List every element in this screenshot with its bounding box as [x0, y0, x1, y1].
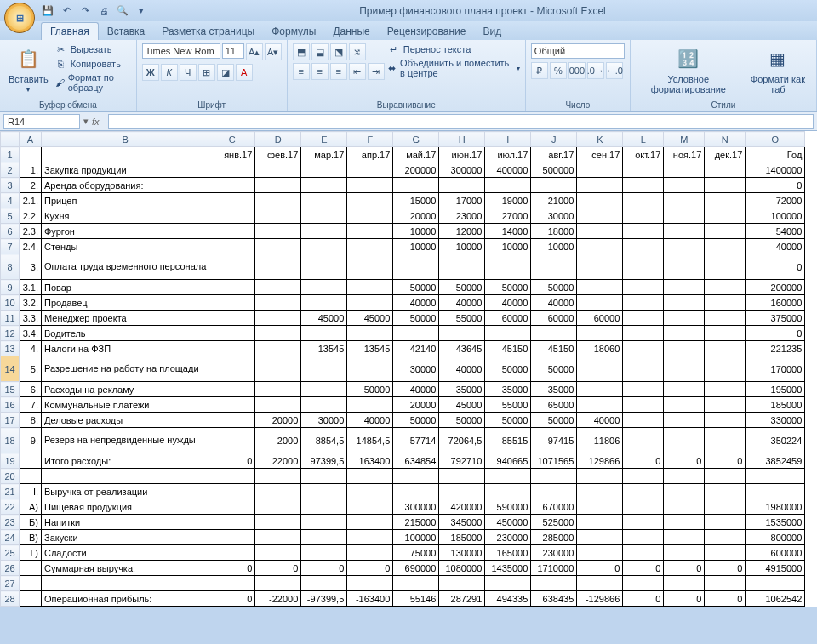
cell[interactable]: 40000 [393, 295, 439, 311]
cell[interactable] [664, 295, 705, 311]
cell[interactable] [42, 469, 209, 484]
cell[interactable]: 3. [20, 254, 42, 280]
cell[interactable] [20, 561, 42, 576]
cell[interactable]: 285000 [531, 530, 577, 545]
merge-center-button[interactable]: ⬌Объединить и поместить в центре▾ [388, 58, 520, 78]
cell[interactable]: 10000 [393, 224, 439, 239]
cell[interactable]: Коммунальные платежи [42, 397, 209, 413]
cell[interactable] [209, 499, 255, 515]
cell[interactable] [347, 576, 393, 591]
cell[interactable] [255, 356, 301, 382]
cell[interactable] [577, 397, 623, 413]
cell[interactable]: 40000 [439, 356, 485, 382]
cell[interactable]: 45150 [531, 341, 577, 356]
cell[interactable] [577, 295, 623, 311]
cell[interactable] [393, 326, 439, 341]
number-format-combo[interactable] [531, 43, 625, 59]
row-header[interactable]: 20 [1, 469, 20, 484]
cell[interactable] [705, 254, 746, 280]
cell[interactable]: 40000 [531, 295, 577, 311]
cell[interactable]: 50000 [485, 356, 531, 382]
cell[interactable] [623, 162, 664, 178]
cell[interactable] [705, 545, 746, 561]
cell[interactable] [393, 484, 439, 499]
cell[interactable] [577, 499, 623, 515]
cell[interactable] [209, 397, 255, 413]
borders-button[interactable]: ⊞ [198, 64, 215, 81]
cell[interactable]: 60000 [531, 311, 577, 326]
format-as-table-button[interactable]: ▦ Формати как таб [745, 43, 811, 96]
cell[interactable] [209, 239, 255, 254]
cell[interactable]: 9. [20, 428, 42, 453]
cell[interactable] [705, 280, 746, 295]
cell[interactable]: Г) [20, 545, 42, 561]
fill-color-button[interactable]: ◪ [217, 64, 234, 81]
cell[interactable] [623, 515, 664, 530]
col-header[interactable]: D [255, 132, 301, 147]
cell[interactable]: 230000 [531, 545, 577, 561]
col-header[interactable]: E [301, 132, 347, 147]
cell[interactable]: 634854 [393, 453, 439, 469]
cell[interactable]: 45150 [485, 341, 531, 356]
cell[interactable] [623, 224, 664, 239]
cell[interactable]: 50000 [531, 356, 577, 382]
cell[interactable] [301, 178, 347, 193]
cell[interactable]: 14000 [485, 224, 531, 239]
cell[interactable] [42, 576, 209, 591]
cell[interactable] [577, 515, 623, 530]
cell[interactable]: 57714 [393, 428, 439, 453]
row-header[interactable]: 3 [1, 178, 20, 193]
cell[interactable]: 11806 [577, 428, 623, 453]
cell[interactable] [209, 382, 255, 397]
cell[interactable] [347, 515, 393, 530]
cell[interactable]: 800000 [746, 530, 805, 545]
cell[interactable]: Сладости [42, 545, 209, 561]
cell[interactable]: 0 [664, 591, 705, 607]
paste-button[interactable]: 📋 Вставить ▾ [5, 43, 52, 95]
col-header[interactable]: O [746, 132, 805, 147]
conditional-formatting-button[interactable]: 🔢 Условное форматирование [636, 43, 741, 96]
formula-input[interactable] [108, 114, 814, 129]
font-size-combo[interactable] [222, 43, 244, 59]
cell[interactable] [664, 515, 705, 530]
cell[interactable] [20, 453, 42, 469]
cell[interactable]: 0 [705, 561, 746, 576]
cell[interactable]: 400000 [485, 162, 531, 178]
cell[interactable] [255, 280, 301, 295]
italic-button[interactable]: К [161, 64, 178, 81]
cell[interactable]: 287291 [439, 591, 485, 607]
cell[interactable] [577, 326, 623, 341]
cell[interactable] [209, 469, 255, 484]
cell[interactable] [485, 326, 531, 341]
cell[interactable] [664, 341, 705, 356]
col-header[interactable]: H [439, 132, 485, 147]
cell[interactable]: 350224 [746, 428, 805, 453]
cell[interactable]: 45000 [301, 311, 347, 326]
cell[interactable]: 40000 [485, 295, 531, 311]
cell[interactable]: 163400 [347, 453, 393, 469]
cell[interactable] [577, 530, 623, 545]
cell[interactable] [623, 382, 664, 397]
cell[interactable]: 50000 [485, 280, 531, 295]
row-header[interactable]: 24 [1, 530, 20, 545]
cell[interactable]: 1062542 [746, 591, 805, 607]
cell[interactable] [705, 499, 746, 515]
cell[interactable] [255, 295, 301, 311]
cell[interactable] [347, 545, 393, 561]
cell[interactable]: Прицеп [42, 193, 209, 208]
tab-review[interactable]: Рецензирование [379, 23, 475, 40]
cell[interactable] [301, 295, 347, 311]
cell[interactable] [623, 469, 664, 484]
row-header[interactable]: 10 [1, 295, 20, 311]
cell[interactable] [209, 484, 255, 499]
cell[interactable] [705, 341, 746, 356]
cell[interactable] [623, 254, 664, 280]
col-header[interactable]: K [577, 132, 623, 147]
cell[interactable] [623, 295, 664, 311]
cell[interactable]: -22000 [255, 591, 301, 607]
print-icon[interactable]: 🖨 [97, 4, 111, 18]
cell[interactable] [301, 193, 347, 208]
cell[interactable]: 4915000 [746, 561, 805, 576]
cell[interactable] [623, 356, 664, 382]
cell[interactable]: 40000 [746, 239, 805, 254]
